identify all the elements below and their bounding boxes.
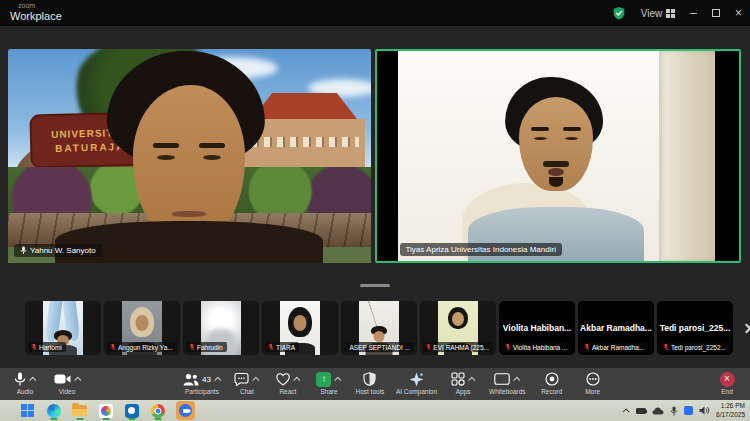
participants-count: 43 bbox=[202, 375, 211, 384]
zoom-camera-icon bbox=[179, 404, 192, 417]
battery-icon[interactable] bbox=[636, 408, 646, 414]
taskbar-clock[interactable]: 1:26 PM 6/17/2025 bbox=[716, 402, 745, 418]
maximize-button[interactable] bbox=[712, 9, 720, 17]
meeting-toolbar: Audio Video bbox=[0, 368, 750, 400]
zoom-meeting-window: zoom Workplace View – × bbox=[0, 0, 750, 421]
camera-icon bbox=[54, 373, 71, 385]
view-label: View bbox=[641, 8, 663, 19]
camera-off-display-name: Tedi parosi_225... bbox=[660, 323, 731, 333]
thumb-name-label: Fahrudin bbox=[186, 342, 227, 352]
taskbar-edge-icon[interactable] bbox=[46, 403, 61, 418]
windows-logo-icon bbox=[21, 404, 34, 417]
microphone-icon bbox=[14, 372, 26, 387]
whiteboards-button[interactable]: Whiteboards bbox=[489, 368, 526, 400]
camera-off-display-name: Akbar Ramadha... bbox=[580, 323, 652, 333]
minimize-button[interactable]: – bbox=[690, 7, 697, 19]
audio-button[interactable]: Audio bbox=[10, 368, 40, 400]
windows-taskbar: 1:26 PM 6/17/2025 bbox=[0, 400, 750, 421]
heart-icon bbox=[276, 373, 290, 386]
thumbnail-evi[interactable]: EVI RAHMA (225... bbox=[420, 301, 496, 355]
chat-icon bbox=[234, 373, 249, 386]
thumb-name-label: ASEP SEPTIANDI ... bbox=[344, 342, 414, 352]
name-label-yahnu: Yahnu W. Sanyoto bbox=[14, 244, 102, 257]
apps-options-caret[interactable] bbox=[468, 376, 475, 383]
speaker-icon[interactable] bbox=[699, 406, 710, 415]
camera-off-display-name: Violita Habiban... bbox=[503, 323, 571, 333]
react-button[interactable]: React bbox=[273, 368, 303, 400]
thumbnail-tedi[interactable]: Tedi parosi_225... Tedi parosi_2252... bbox=[657, 301, 733, 355]
video-options-caret[interactable] bbox=[74, 376, 81, 383]
apps-button[interactable]: Apps bbox=[448, 368, 478, 400]
mic-muted-icon bbox=[189, 343, 195, 351]
video-tile-tiyas-active-speaker[interactable]: Tiyas Apriza Universitas Indonesia Mandi… bbox=[375, 49, 742, 263]
mic-on-icon bbox=[20, 246, 27, 255]
security-shield-icon[interactable] bbox=[612, 6, 626, 20]
ai-companion-button[interactable]: AI Companion bbox=[396, 368, 437, 400]
react-options-caret[interactable] bbox=[293, 376, 300, 383]
tray-teams-icon[interactable] bbox=[684, 406, 693, 415]
thumbnail-anggun[interactable]: Anggun Rizky Ya... bbox=[104, 301, 180, 355]
thumbnail-akbar[interactable]: Akbar Ramadha... Akbar Ramadha... bbox=[578, 301, 654, 355]
taskbar-photos-icon[interactable] bbox=[98, 403, 113, 418]
filmstrip-next-button[interactable] bbox=[738, 315, 750, 341]
taskbar-outlook-icon[interactable] bbox=[124, 403, 139, 418]
shield-icon bbox=[363, 372, 376, 386]
main-video-area: UNIVERSITAS BATURAJA bbox=[8, 49, 741, 263]
thumbnail-violita[interactable]: Violita Habiban... Violita Habibana ... bbox=[499, 301, 575, 355]
mic-muted-icon bbox=[584, 343, 590, 351]
thumbnail-fahrudin[interactable]: Fahrudin bbox=[183, 301, 259, 355]
share-options-caret[interactable] bbox=[335, 376, 342, 383]
clock-time: 1:26 PM bbox=[716, 402, 745, 410]
zoom-workplace-brand: zoom Workplace bbox=[10, 2, 62, 22]
participant-name: Yahnu W. Sanyoto bbox=[30, 246, 96, 255]
speaker-face bbox=[519, 97, 593, 191]
video-tile-yahnu[interactable]: UNIVERSITAS BATURAJA bbox=[8, 49, 371, 263]
taskbar-chrome-icon[interactable] bbox=[150, 403, 165, 418]
thumb-name-label: TIARA bbox=[265, 342, 299, 352]
record-button[interactable]: Record bbox=[537, 368, 567, 400]
campus-building-roof bbox=[251, 93, 359, 121]
tray-mic-icon[interactable] bbox=[670, 406, 678, 416]
view-layout-icon bbox=[666, 9, 675, 18]
view-button[interactable]: View bbox=[641, 8, 676, 19]
participant-filmstrip: Hartomi Anggun Rizky Ya... bbox=[25, 300, 750, 356]
thumb-name-label: EVI RAHMA (225... bbox=[423, 342, 493, 352]
end-x-icon: × bbox=[720, 372, 735, 387]
title-bar: zoom Workplace View – × bbox=[0, 0, 750, 26]
mic-muted-icon bbox=[663, 343, 669, 351]
virtual-background-campus: UNIVERSITAS BATURAJA bbox=[8, 49, 371, 263]
mic-muted-icon bbox=[31, 343, 37, 351]
speaker-video bbox=[377, 51, 740, 261]
thumb-name-label: Anggun Rizky Ya... bbox=[107, 342, 177, 352]
participants-options-caret[interactable] bbox=[214, 376, 221, 383]
share-button[interactable]: ↑ Share bbox=[314, 368, 344, 400]
ai-sparkle-icon bbox=[409, 372, 424, 387]
thumb-name-label: Tedi parosi_2252... bbox=[660, 342, 730, 352]
chat-button[interactable]: Chat bbox=[232, 368, 262, 400]
start-button[interactable] bbox=[20, 403, 35, 418]
thumbnail-tiara[interactable]: TIARA bbox=[262, 301, 338, 355]
thumb-name-label: Akbar Ramadha... bbox=[581, 342, 648, 352]
brand-zoom-label: zoom bbox=[18, 2, 62, 9]
thumbnail-hartomi[interactable]: Hartomi bbox=[25, 301, 101, 355]
taskbar-file-explorer-icon[interactable] bbox=[72, 403, 87, 418]
onedrive-cloud-icon[interactable] bbox=[652, 407, 664, 415]
background-column bbox=[659, 51, 715, 261]
audio-options-caret[interactable] bbox=[29, 376, 36, 383]
close-button[interactable]: × bbox=[735, 7, 742, 19]
participants-button[interactable]: 43 Participants bbox=[183, 368, 221, 400]
taskbar-zoom-icon-active[interactable] bbox=[176, 401, 195, 420]
apps-icon bbox=[451, 372, 465, 386]
participants-icon bbox=[183, 373, 199, 386]
share-screen-icon: ↑ bbox=[316, 372, 331, 387]
more-button[interactable]: More bbox=[578, 368, 608, 400]
whiteboards-options-caret[interactable] bbox=[514, 376, 521, 383]
tray-chevron-up-icon[interactable] bbox=[623, 408, 630, 415]
mic-muted-icon bbox=[268, 343, 274, 351]
thumbnail-asep[interactable]: ASEP SEPTIANDI ... bbox=[341, 301, 417, 355]
video-button[interactable]: Video bbox=[52, 368, 82, 400]
host-tools-button[interactable]: Host tools bbox=[355, 368, 385, 400]
chat-options-caret[interactable] bbox=[253, 376, 260, 383]
filmstrip-resize-handle[interactable] bbox=[360, 284, 390, 287]
end-meeting-button[interactable]: × End bbox=[712, 368, 742, 395]
